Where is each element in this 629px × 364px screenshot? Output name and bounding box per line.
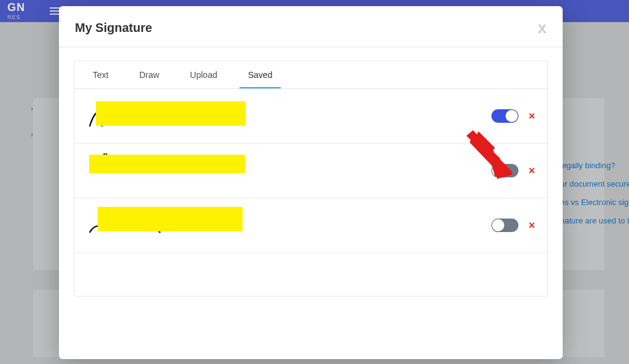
signature-preview: [87, 207, 491, 244]
signature-preview: [87, 98, 491, 134]
signature-card: TextDrawUploadSaved ×××: [74, 61, 548, 296]
signature-row: ×: [74, 198, 547, 253]
signature-tabs: TextDrawUploadSaved: [74, 61, 547, 89]
tab-text[interactable]: Text: [84, 61, 117, 88]
signature-controls: ×: [491, 219, 535, 232]
delete-signature-button[interactable]: ×: [528, 165, 535, 176]
delete-signature-button[interactable]: ×: [528, 220, 535, 231]
signature-controls: ×: [491, 164, 535, 177]
close-icon[interactable]: x: [538, 20, 547, 36]
tab-upload[interactable]: Upload: [181, 61, 225, 88]
signature-preview: [87, 152, 491, 189]
signature-active-toggle[interactable]: [491, 219, 518, 232]
redaction-block: [89, 155, 245, 173]
signature-rows: ×××: [74, 89, 547, 296]
signature-active-toggle[interactable]: [491, 109, 518, 123]
redaction-block: [96, 101, 246, 126]
redaction-block: [98, 207, 243, 231]
signature-row: ×: [74, 144, 547, 198]
my-signature-modal: My Signature x TextDrawUploadSaved ×××: [59, 6, 563, 359]
signature-controls: ×: [491, 109, 535, 123]
modal-body: TextDrawUploadSaved ×××: [59, 47, 563, 359]
modal-header: My Signature x: [59, 6, 563, 47]
tab-draw[interactable]: Draw: [131, 61, 168, 88]
tab-saved[interactable]: Saved: [240, 61, 281, 88]
delete-signature-button[interactable]: ×: [528, 110, 535, 122]
signature-active-toggle[interactable]: [491, 164, 518, 177]
modal-title: My Signature: [75, 21, 152, 35]
signature-row: ×: [74, 89, 547, 144]
